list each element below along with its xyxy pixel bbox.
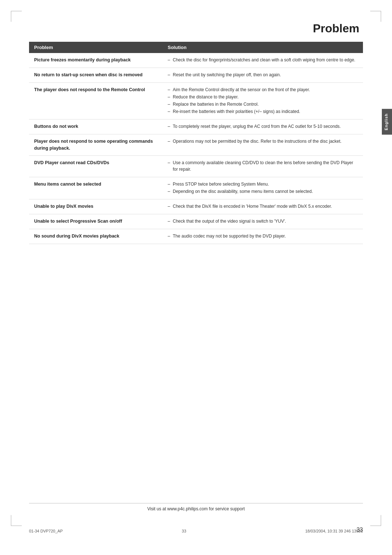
table-row: Unable to select Progressive Scan on/off… <box>29 214 363 229</box>
solution-cell: The audio codec may not be supported by … <box>163 229 363 244</box>
problem-cell: DVD Player cannot read CDs/DVDs <box>29 155 163 177</box>
solution-item: Reset the unit by switching the player o… <box>168 72 358 78</box>
table-row: DVD Player cannot read CDs/DVDsUse a com… <box>29 155 363 177</box>
solution-item: Use a commonly available cleaning CD/DVD… <box>168 159 358 173</box>
corner-mark-bl <box>11 515 22 526</box>
solution-cell: Reset the unit by switching the player o… <box>163 68 363 83</box>
problem-cell: No sound during DivX movies playback <box>29 229 163 244</box>
page-container: English Problem document.querySelector('… <box>0 0 392 555</box>
problem-cell: Buttons do not work <box>29 119 163 134</box>
solution-item: Check that the output of the video signa… <box>168 218 358 224</box>
table-row: Picture freezes momentarily during playb… <box>29 53 363 68</box>
table-row: No return to start-up screen when disc i… <box>29 68 363 83</box>
table-row: The player does not respond to the Remot… <box>29 83 363 119</box>
solution-item: Reduce the distance to the player. <box>168 94 358 100</box>
solution-cell: Check that the DivX file is encoded in '… <box>163 199 363 214</box>
page-title: Problem <box>29 22 363 35</box>
solution-item: Press STOP twice before selecting System… <box>168 181 358 187</box>
table-row: Buttons do not workTo completely reset t… <box>29 119 363 134</box>
page-number: 33 <box>356 527 363 533</box>
troubleshoot-table: Problem Solution Picture freezes momenta… <box>29 42 363 244</box>
problem-cell: Player does not respond to some operatin… <box>29 134 163 156</box>
solution-item: Depending on the disc availability, some… <box>168 188 358 195</box>
solution-cell: Press STOP twice before selecting System… <box>163 177 363 199</box>
solution-cell: Check the disc for fingerprints/scratche… <box>163 53 363 68</box>
solution-cell: Check that the output of the video signa… <box>163 214 363 229</box>
solution-item: Replace the batteries in the Remote Cont… <box>168 101 358 108</box>
footer-middle: 33 <box>182 529 186 533</box>
solution-item: Re-insert the batteries with their polar… <box>168 108 358 115</box>
table-row: Player does not respond to some operatin… <box>29 134 363 156</box>
footer-bottom: 01-34 DVP720_AP 33 18/03/2004, 10:31 39 … <box>29 529 363 533</box>
col-header-solution: Solution <box>163 42 363 53</box>
corner-mark-tl <box>11 11 22 22</box>
problem-cell: Unable to select Progressive Scan on/off <box>29 214 163 229</box>
side-tab-english: English <box>382 109 392 135</box>
footer-website: Visit us at www.p4c.philips.com for serv… <box>29 503 363 511</box>
footer-right: 18/03/2004, 10:31 39 246 13521 <box>305 529 363 533</box>
solution-item: To completely reset the player, unplug t… <box>168 123 358 130</box>
solution-item: Check the disc for fingerprints/scratche… <box>168 57 358 63</box>
solution-cell: To completely reset the player, unplug t… <box>163 119 363 134</box>
problem-cell: Menu items cannot be selected <box>29 177 163 199</box>
footer-left: 01-34 DVP720_AP <box>29 529 63 533</box>
table-row: Unable to play DivX moviesCheck that the… <box>29 199 363 214</box>
solution-item: Operations may not be permitted by the d… <box>168 138 358 145</box>
corner-mark-br <box>370 515 381 526</box>
problem-cell: No return to start-up screen when disc i… <box>29 68 163 83</box>
solution-cell: Aim the Remote Control directly at the s… <box>163 83 363 119</box>
solution-cell: Operations may not be permitted by the d… <box>163 134 363 156</box>
solution-item: The audio codec may not be supported by … <box>168 233 358 239</box>
solution-cell: Use a commonly available cleaning CD/DVD… <box>163 155 363 177</box>
problem-cell: Unable to play DivX movies <box>29 199 163 214</box>
problem-cell: The player does not respond to the Remot… <box>29 83 163 119</box>
corner-mark-tr <box>370 11 381 22</box>
table-row: No sound during DivX movies playbackThe … <box>29 229 363 244</box>
problem-cell: Picture freezes momentarily during playb… <box>29 53 163 68</box>
table-row: Menu items cannot be selectedPress STOP … <box>29 177 363 199</box>
solution-item: Aim the Remote Control directly at the s… <box>168 86 358 93</box>
solution-item: Check that the DivX file is encoded in '… <box>168 203 358 210</box>
col-header-problem: Problem <box>29 42 163 53</box>
